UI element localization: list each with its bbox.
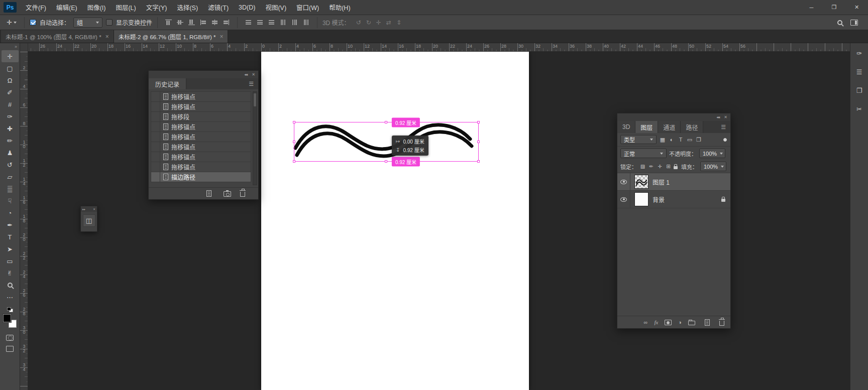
layer-thumbnail[interactable] <box>634 192 648 206</box>
eraser-tool[interactable]: ▱ <box>2 171 19 183</box>
panel-tab-2[interactable]: 图层 <box>635 121 658 133</box>
menu-item-11[interactable]: 帮助(H) <box>324 0 355 15</box>
brushes-panel-icon[interactable]: ✑ <box>853 47 865 59</box>
lock-all-icon[interactable] <box>674 166 678 169</box>
history-step[interactable]: 拖移锚点 <box>151 91 251 102</box>
menu-item-9[interactable]: 视图(V) <box>260 0 291 15</box>
lock-position-icon[interactable]: ✛ <box>657 164 663 169</box>
selection-bounds[interactable] <box>294 122 479 162</box>
history-step[interactable]: 拖移锚点 <box>151 152 251 162</box>
hand-tool[interactable]: ✌ <box>2 267 19 279</box>
quick-selection-tool[interactable]: ✐ <box>2 86 19 98</box>
add-layer-mask-icon[interactable] <box>665 320 672 325</box>
dist-right-icon[interactable] <box>302 19 310 26</box>
show-transform-checkbox[interactable] <box>106 19 113 26</box>
transform-handle[interactable] <box>477 141 480 143</box>
opacity-select[interactable]: 100% <box>699 149 725 158</box>
layer-row[interactable]: 图层 1 <box>617 173 730 191</box>
menu-item-5[interactable]: 文字(Y) <box>141 0 172 15</box>
shape-tool[interactable]: ▭ <box>2 255 19 267</box>
filter-adjustment-layers-icon[interactable]: ◐ <box>668 137 676 143</box>
transform-handle[interactable] <box>293 141 295 143</box>
layer-visibility-toggle[interactable] <box>617 173 630 190</box>
dist-bottom-icon[interactable] <box>268 19 275 26</box>
transform-handle[interactable] <box>385 121 387 123</box>
menu-item-10[interactable]: 窗口(W) <box>291 0 324 15</box>
menu-item-8[interactable]: 3D(D) <box>234 0 260 15</box>
layer-filter-select[interactable]: 类型 <box>620 135 657 144</box>
history-scrollbar[interactable] <box>253 91 257 185</box>
3d-mode-icon-3[interactable]: ✛ <box>376 19 381 26</box>
menu-item-7[interactable]: 滤镜(T) <box>203 0 234 15</box>
history-step[interactable]: 拖移锚点 <box>151 142 251 152</box>
panel-tab-1[interactable]: 3D <box>617 121 635 133</box>
history-source-well[interactable] <box>151 122 160 132</box>
history-source-well[interactable] <box>151 172 160 182</box>
tab-close-icon[interactable]: × <box>105 33 109 40</box>
history-step[interactable]: 拖移锚点 <box>151 101 251 112</box>
align-vcenter-icon[interactable] <box>176 19 184 26</box>
history-step[interactable]: 拖移段 <box>151 111 251 122</box>
new-snapshot-icon[interactable] <box>224 191 231 197</box>
screen-mode-button[interactable] <box>6 346 14 352</box>
transform-handle[interactable] <box>293 121 295 123</box>
fill-select[interactable]: 100% <box>700 162 726 171</box>
history-source-well[interactable] <box>151 102 160 111</box>
transform-handle[interactable] <box>385 160 387 163</box>
layer-thumbnail[interactable] <box>634 175 648 189</box>
panel-tab-4[interactable]: 路径 <box>681 121 703 133</box>
edit-toolbar-button[interactable]: ⋯ <box>2 291 19 303</box>
crop-tool[interactable]: # <box>2 98 19 110</box>
align-bottom-icon[interactable] <box>188 19 195 26</box>
menu-item-6[interactable]: 选择(S) <box>172 0 203 15</box>
menu-item-1[interactable]: 文件(F) <box>21 0 51 15</box>
tool-preset-picker[interactable]: ✛ <box>4 18 19 27</box>
horizontal-ruler[interactable]: 2624222018161412108642024681012141618202… <box>20 43 850 52</box>
history-source-well[interactable] <box>151 162 160 172</box>
document-canvas[interactable]: 0.92 厘米 0.92 厘米 ↦0.00 厘米↧0.92 厘米 <box>261 52 529 390</box>
document-tab[interactable]: 未标题-1 @ 100% (图层 4, RGB/8#) *× <box>1 30 114 43</box>
foreground-color-swatch[interactable] <box>3 314 11 322</box>
filter-smart-objects-icon[interactable]: ❐ <box>695 137 703 143</box>
new-layer-icon[interactable] <box>705 319 710 326</box>
search-icon[interactable] <box>837 20 842 25</box>
history-step[interactable]: 拖移锚点 <box>151 121 251 132</box>
history-source-well[interactable] <box>151 92 160 101</box>
collapse-panel-icon[interactable]: ◂◂ <box>716 115 719 119</box>
history-brush-tool[interactable]: ↺ <box>2 159 19 171</box>
align-left-icon[interactable] <box>199 19 207 26</box>
panel-menu-icon[interactable]: ☰ <box>716 124 730 131</box>
menu-item-4[interactable]: 图层(L) <box>111 0 141 15</box>
tab-close-icon[interactable]: × <box>220 33 223 40</box>
rectangular-marquee-tool[interactable]: ▢ <box>2 62 19 74</box>
history-source-well[interactable] <box>151 142 160 152</box>
clone-stamp-tool[interactable]: ♟ <box>2 147 19 159</box>
smudge-tool[interactable]: ☟ <box>2 195 19 207</box>
menu-item-2[interactable]: 编辑(E) <box>51 0 82 15</box>
delete-layer-icon[interactable] <box>719 321 724 326</box>
zoom-tool[interactable] <box>2 279 19 291</box>
history-step[interactable]: 描边路径 <box>151 172 251 182</box>
auto-select-target-select[interactable]: 组 <box>73 18 102 28</box>
filter-pixel-layers-icon[interactable]: ▦ <box>659 137 667 143</box>
dist-left-icon[interactable] <box>279 19 287 26</box>
blend-mode-select[interactable]: 正常 <box>620 149 667 158</box>
workspace-switcher-icon[interactable] <box>850 20 858 26</box>
dist-vcenter-icon[interactable] <box>256 19 264 26</box>
spot-healing-brush-tool[interactable]: ✚ <box>2 122 19 135</box>
expand-panel-icon[interactable]: ▸▸ <box>82 207 85 211</box>
history-panel-tab[interactable]: 历史记录 <box>149 78 186 89</box>
3d-mode-icon-2[interactable]: ↻ <box>366 19 371 26</box>
dist-top-icon[interactable] <box>245 19 252 26</box>
menu-item-3[interactable]: 图像(I) <box>82 0 111 15</box>
move-tool[interactable]: ✛ <box>2 50 19 62</box>
3d-mode-icon-4[interactable]: ⇄ <box>386 19 391 26</box>
pen-tool[interactable]: ✒ <box>2 219 19 231</box>
close-button[interactable]: ✕ <box>845 0 868 15</box>
panel-menu-icon[interactable]: ☰ <box>244 81 258 87</box>
history-source-well[interactable] <box>151 152 160 162</box>
minimize-button[interactable]: ─ <box>800 0 823 15</box>
lasso-tool[interactable]: Ω <box>2 74 19 86</box>
path-selection-tool[interactable]: ➤ <box>2 243 19 255</box>
gradient-tool[interactable]: ▒ <box>2 183 19 195</box>
